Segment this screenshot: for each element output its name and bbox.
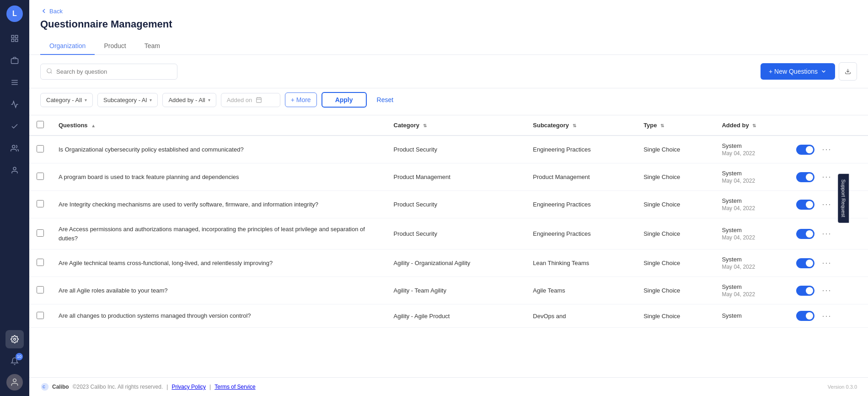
enable-toggle[interactable] xyxy=(796,172,814,182)
row-checkbox[interactable] xyxy=(37,312,44,319)
added-by-cell: System May 04, 2022 xyxy=(714,218,789,250)
more-filters-button[interactable]: + More xyxy=(285,92,317,107)
row-checkbox[interactable] xyxy=(37,200,44,207)
row-checkbox-cell[interactable] xyxy=(29,163,51,191)
row-checkbox-cell[interactable] xyxy=(29,250,51,277)
subcategory-sort-icon[interactable]: ⇅ xyxy=(573,123,576,128)
tab-organization[interactable]: Organization xyxy=(40,38,95,55)
question-cell: Are all Agile roles available to your te… xyxy=(51,277,386,304)
row-more-menu[interactable]: ··· xyxy=(820,286,833,295)
added-by-date: May 04, 2022 xyxy=(722,291,782,298)
question-cell: Are Integrity checking mechanisms are us… xyxy=(51,191,386,218)
added-by-filter[interactable]: Added by - All ▾ xyxy=(162,93,216,107)
added-by-sort-icon[interactable]: ⇅ xyxy=(752,123,756,128)
new-questions-label: + New Questions xyxy=(769,68,818,75)
row-checkbox-cell[interactable] xyxy=(29,218,51,250)
row-more-menu[interactable]: ··· xyxy=(820,200,833,209)
row-checkbox-cell[interactable] xyxy=(29,191,51,218)
notification-icon[interactable]: 10 xyxy=(5,352,24,370)
row-more-menu[interactable]: ··· xyxy=(820,258,833,268)
toolbar: + New Questions xyxy=(29,55,868,88)
sidebar-icon-briefcase[interactable] xyxy=(5,51,24,70)
new-questions-button[interactable]: + New Questions xyxy=(761,63,835,80)
added-by-name: System xyxy=(722,170,782,177)
sidebar-icon-list[interactable] xyxy=(5,73,24,92)
questions-sort-icon[interactable]: ▲ xyxy=(91,123,96,128)
enable-toggle[interactable] xyxy=(796,145,814,155)
row-checkbox[interactable] xyxy=(37,259,44,266)
select-all-checkbox[interactable] xyxy=(37,121,44,128)
toggle-slider xyxy=(796,229,814,239)
table-body: Is Organizational cybersecurity policy e… xyxy=(29,136,868,328)
row-more-menu[interactable]: ··· xyxy=(820,145,833,154)
subcategory-cell: Engineering Practices xyxy=(525,136,636,163)
sidebar-icon-settings[interactable] xyxy=(5,330,24,348)
row-more-menu[interactable]: ··· xyxy=(820,229,833,239)
category-cell: Product Security xyxy=(386,191,526,218)
row-checkbox[interactable] xyxy=(37,286,44,293)
subcategory-chevron-icon: ▾ xyxy=(150,98,152,103)
select-all-header[interactable] xyxy=(29,115,51,136)
row-checkbox[interactable] xyxy=(37,145,44,152)
footer-privacy-link[interactable]: Privacy Policy xyxy=(171,384,206,390)
row-more-menu[interactable]: ··· xyxy=(820,172,833,182)
enable-toggle[interactable] xyxy=(796,258,814,268)
added-by-name: System xyxy=(722,142,782,149)
added-by-date: May 04, 2022 xyxy=(722,205,782,212)
row-more-menu[interactable]: ··· xyxy=(820,311,833,321)
svg-point-10 xyxy=(14,338,16,341)
row-checkbox-cell[interactable] xyxy=(29,304,51,328)
added-on-filter[interactable]: Added on xyxy=(221,93,280,107)
subcategory-filter[interactable]: Subcategory - Al ▾ xyxy=(97,93,158,107)
added-by-cell: System May 04, 2022 xyxy=(714,163,789,191)
category-filter[interactable]: Category - All ▾ xyxy=(40,93,93,107)
toolbar-right: + New Questions xyxy=(761,62,857,81)
app-logo[interactable]: L xyxy=(6,5,23,22)
question-cell: Is Organizational cybersecurity policy e… xyxy=(51,136,386,163)
version-label: Version 0.3.0 xyxy=(828,384,857,390)
row-checkbox[interactable] xyxy=(37,173,44,180)
sidebar-icon-person-check[interactable] xyxy=(5,161,24,179)
footer-separator-1: | xyxy=(166,384,168,390)
sidebar-icon-users[interactable] xyxy=(5,139,24,157)
enable-toggle[interactable] xyxy=(796,286,814,296)
type-sort-icon[interactable]: ⇅ xyxy=(660,123,664,128)
svg-point-12 xyxy=(47,68,51,72)
sidebar-icon-check[interactable] xyxy=(5,117,24,136)
sidebar-icon-chart[interactable] xyxy=(5,95,24,114)
type-cell: Single Choice xyxy=(636,250,714,277)
category-cell: Product Management xyxy=(386,163,526,191)
apply-button[interactable]: Apply xyxy=(321,92,367,108)
added-by-date: May 04, 2022 xyxy=(722,150,782,157)
table-header: Questions ▲ Category ⇅ Subcategory ⇅ Typ… xyxy=(29,115,868,136)
category-cell: Product Security xyxy=(386,136,526,163)
question-cell: Are all changes to production systems ma… xyxy=(51,304,386,328)
subcategory-cell: DevOps and xyxy=(525,304,636,328)
user-avatar[interactable] xyxy=(6,374,23,391)
back-button[interactable]: Back xyxy=(40,7,857,15)
calibo-logo-icon: C xyxy=(40,382,49,391)
search-input[interactable] xyxy=(56,68,171,75)
enable-toggle[interactable] xyxy=(796,229,814,239)
category-cell: Agility - Organizational Agility xyxy=(386,250,526,277)
row-checkbox[interactable] xyxy=(37,229,44,237)
reset-button[interactable]: Reset xyxy=(371,93,399,107)
category-sort-icon[interactable]: ⇅ xyxy=(423,123,427,128)
tab-product[interactable]: Product xyxy=(95,38,135,55)
category-cell: Agility - Team Agility xyxy=(386,277,526,304)
toggle-slider xyxy=(796,145,814,155)
download-button[interactable] xyxy=(839,62,857,81)
svg-point-9 xyxy=(13,167,16,170)
support-request-tab[interactable]: Support Request xyxy=(838,174,849,222)
search-box[interactable] xyxy=(40,64,177,80)
notification-badge: 10 xyxy=(16,353,23,360)
enable-toggle[interactable] xyxy=(796,200,814,210)
added-by-name: System xyxy=(722,256,782,263)
enable-toggle[interactable] xyxy=(796,311,814,321)
footer-terms-link[interactable]: Terms of Service xyxy=(214,384,255,390)
sidebar-icon-grid[interactable] xyxy=(5,29,24,48)
added-by-date: May 04, 2022 xyxy=(722,178,782,184)
tab-team[interactable]: Team xyxy=(135,38,169,55)
row-checkbox-cell[interactable] xyxy=(29,136,51,163)
row-checkbox-cell[interactable] xyxy=(29,277,51,304)
